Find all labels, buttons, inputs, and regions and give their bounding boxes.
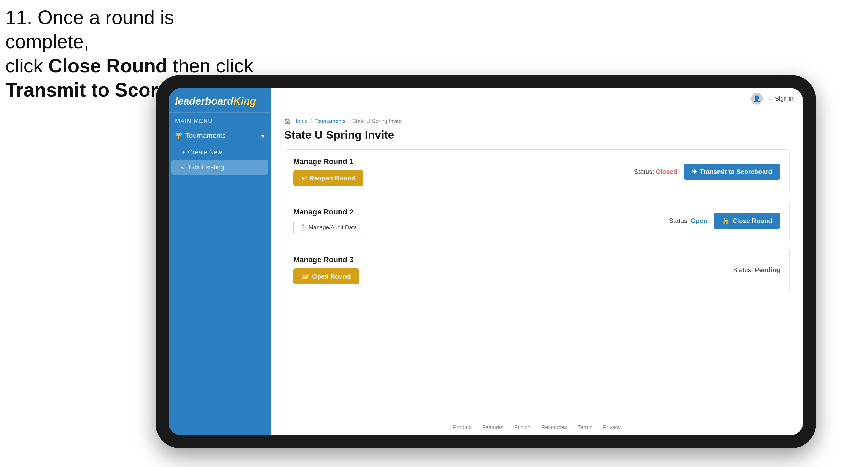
round-2-status-value: Open [691, 217, 707, 224]
signin-arrow-icon: → [766, 95, 772, 102]
main-menu-label: MAIN MENU [168, 113, 271, 127]
trophy-icon [175, 131, 182, 140]
sidebar-item-tournaments-inner: Tournaments [175, 131, 226, 140]
content-area: 🏠 Home / Tournaments / State U Spring In… [271, 110, 803, 419]
round-3-title: Manage Round 3 [293, 255, 359, 264]
transmit-to-scoreboard-button[interactable]: ✈ Transmit to Scoreboard [684, 164, 780, 180]
open-round-label: Open Round [312, 273, 351, 280]
open-icon: 📂 [302, 273, 309, 280]
round-3-section: Manage Round 3 📂 Open Round Status: Pend… [284, 248, 789, 292]
plus-icon [181, 148, 185, 156]
breadcrumb-sep1: / [310, 118, 312, 124]
round-2-title: Manage Round 2 [293, 208, 363, 216]
close-round-button[interactable]: 🔒 Close Round [714, 213, 780, 229]
round-2-status: Status: Open [669, 217, 707, 225]
reopen-round-button[interactable]: ↩ Reopen Round [293, 170, 364, 186]
round-1-right: Status: Closed ✈ Transmit to Scoreboard [634, 164, 780, 180]
footer: Product Features Pricing Resources Terms… [271, 419, 803, 435]
reopen-round-label: Reopen Round [309, 175, 355, 182]
sidebar-item-create-new[interactable]: Create New [168, 145, 271, 160]
instruction-line1: 11. Once a round is complete, [5, 7, 174, 52]
round-1-status-value: Closed [656, 168, 677, 175]
close-round-label: Close Round [733, 217, 772, 225]
app-layout: leaderboardKing MAIN MENU Tournaments Cr… [168, 88, 803, 435]
tablet-frame: leaderboardKing MAIN MENU Tournaments Cr… [156, 75, 816, 448]
sidebar-item-edit-existing[interactable]: Edit Existing [171, 160, 268, 175]
logo-area: leaderboardKing [168, 88, 271, 113]
footer-pricing-link[interactable]: Pricing [514, 424, 531, 431]
sign-in-area[interactable]: 👤 → Sign In [751, 93, 794, 105]
sign-in-label: Sign In [775, 95, 794, 102]
main-content: 👤 → Sign In 🏠 Home / Tournaments / St [271, 88, 803, 435]
sidebar-tournaments-label: Tournaments [185, 131, 226, 140]
footer-terms-link[interactable]: Terms [578, 424, 592, 431]
instruction-line3: then click [167, 55, 253, 76]
breadcrumb-home-link[interactable]: Home [293, 118, 308, 124]
avatar: 👤 [751, 93, 763, 105]
logo: leaderboardKing [175, 96, 264, 107]
create-new-label: Create New [188, 148, 222, 156]
round-1-left: Manage Round 1 ↩ Reopen Round [293, 157, 364, 186]
breadcrumb-sep2: / [348, 118, 350, 124]
tablet-screen: leaderboardKing MAIN MENU Tournaments Cr… [168, 88, 803, 435]
footer-resources-link[interactable]: Resources [541, 424, 567, 431]
manage-audit-button[interactable]: 📋 Manage/Audit Data [293, 221, 363, 234]
instruction-line2: click [5, 55, 48, 76]
top-bar: 👤 → Sign In [271, 88, 803, 110]
edit-existing-label: Edit Existing [189, 163, 224, 171]
transmit-label: Transmit to Scoreboard [700, 168, 772, 176]
round-1-title: Manage Round 1 [293, 157, 364, 166]
reopen-icon: ↩ [302, 175, 307, 182]
round-3-right: Status: Pending [733, 266, 780, 274]
breadcrumb: 🏠 Home / Tournaments / State U Spring In… [284, 118, 789, 124]
open-round-button[interactable]: 📂 Open Round [293, 269, 359, 284]
send-icon: ✈ [692, 168, 697, 176]
footer-product-link[interactable]: Product [453, 424, 472, 431]
breadcrumb-current: State U Spring Invite [352, 118, 402, 124]
round-2-section: Manage Round 2 📋 Manage/Audit Data Statu… [284, 200, 789, 242]
round-2-left: Manage Round 2 📋 Manage/Audit Data [293, 208, 363, 234]
breadcrumb-tournaments-link[interactable]: Tournaments [315, 118, 346, 124]
pencil-icon [181, 163, 185, 171]
round-1-section: Manage Round 1 ↩ Reopen Round Status: Cl… [284, 150, 789, 194]
chevron-down-icon [261, 131, 264, 140]
logo-part2: King [234, 96, 256, 107]
round-3-left: Manage Round 3 📂 Open Round [293, 255, 359, 284]
lock-icon: 🔒 [722, 217, 730, 225]
manage-audit-label: Manage/Audit Data [309, 224, 357, 230]
sidebar: leaderboardKing MAIN MENU Tournaments Cr… [168, 88, 271, 435]
page-title: State U Spring Invite [284, 129, 789, 142]
paper-icon: 📋 [300, 224, 307, 230]
round-2-right: Status: Open 🔒 Close Round [669, 213, 780, 229]
sidebar-item-tournaments[interactable]: Tournaments [168, 127, 271, 145]
logo-part1: leaderboard [175, 96, 234, 107]
round-3-status-value: Pending [755, 266, 780, 274]
footer-privacy-link[interactable]: Privacy [603, 424, 621, 431]
round-1-status: Status: Closed [634, 168, 677, 176]
user-icon: 👤 [753, 95, 761, 102]
footer-features-link[interactable]: Features [482, 424, 503, 431]
instruction-bold1: Close Round [48, 55, 167, 76]
round-3-status: Status: Pending [733, 266, 780, 274]
breadcrumb-home-icon: 🏠 [284, 118, 291, 124]
